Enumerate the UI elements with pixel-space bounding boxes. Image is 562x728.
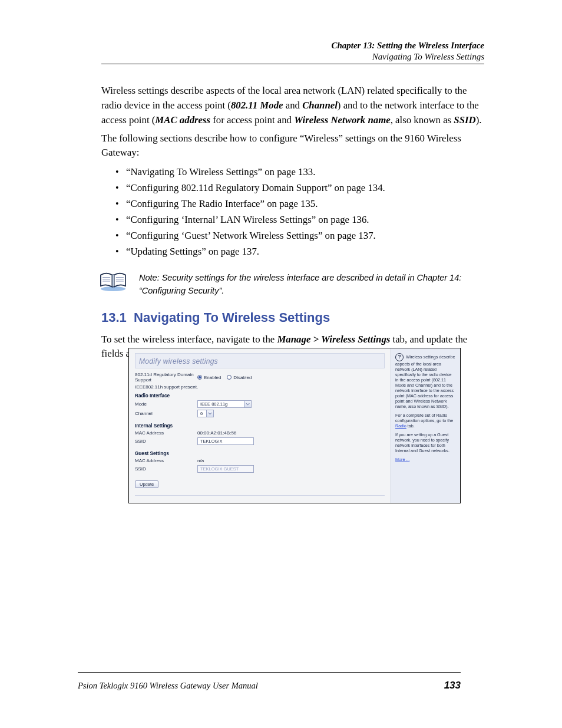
internal-mac-row: MAC Address 00:00:A2:01:4B:56 [135,430,385,436]
lead-in-paragraph: The following sections describe how to c… [101,131,484,161]
list-item: •“Configuring 802.11d Regulatory Domain … [115,181,484,196]
header-chapter: Chapter 13: Setting the Wireless Interfa… [331,40,484,51]
page-number: 133 [444,680,461,691]
mode-row: Mode IEEE 802.11g [135,400,385,408]
ieee-11h-row: IEEE802.11h support present. [135,384,385,390]
radio-interface-heading: Radio Interface [135,393,385,398]
reg-enabled-radio[interactable]: Enabled [197,375,221,380]
guest-mac-row: MAC Address n/a [135,458,385,463]
list-item: •“Configuring ‘Guest’ Network Wireless S… [115,229,484,243]
note-block: Note: Security settings for the wireless… [101,272,484,298]
bullet-list: •“Navigating To Wireless Settings” on pa… [101,165,484,259]
reg-domain-row: 802.11d Regulatory Domain Support Enable… [135,372,385,383]
panel-divider [135,495,385,496]
page-footer: Psion Teklogix 9160 Wireless Gateway Use… [78,680,461,691]
list-item: •“Navigating To Wireless Settings” on pa… [115,165,484,180]
chevron-down-icon [244,401,251,407]
guest-ssid-row: SSID TEKLOGIX GUEST [135,465,385,473]
internal-ssid-row: SSID TEKLOGIX [135,437,385,445]
guest-mac-value: n/a [197,458,385,463]
reg-disabled-radio[interactable]: Disabled [227,375,252,380]
internal-mac-value: 00:00:A2:01:4B:56 [197,430,385,436]
channel-select[interactable]: 6 [197,410,214,417]
radio-tab-link[interactable]: Radio [395,423,406,429]
chevron-down-icon [206,410,213,417]
list-item: •“Configuring ‘Internal’ LAN Wireless Se… [115,213,484,228]
more-link[interactable]: More ... [395,457,409,462]
header-section: Navigating To Wireless Settings [331,51,484,62]
list-item: •“Configuring The Radio Interface” on pa… [115,197,484,212]
wireless-settings-screenshot: Modify wireless settings 802.11d Regulat… [128,348,461,503]
running-header: Chapter 13: Setting the Wireless Interfa… [331,40,484,62]
panel-title: Modify wireless settings [139,357,218,365]
panel-title-bar: Modify wireless settings [135,353,385,368]
guest-ssid-input[interactable]: TEKLOGIX GUEST [197,465,254,473]
help-sidebar: ? Wireless settings describe aspects of … [391,348,460,503]
note-text: Note: Security settings for the wireless… [139,272,484,298]
intro-paragraph: Wireless settings describe aspects of th… [101,84,484,128]
header-rule [101,64,484,64]
update-button[interactable]: Update [135,480,158,488]
open-book-icon [98,269,128,292]
internal-ssid-input[interactable]: TEKLOGIX [197,437,254,445]
footer-rule [78,672,461,673]
internal-settings-heading: Internal Settings [135,423,385,429]
footer-text: Psion Teklogix 9160 Wireless Gateway Use… [78,681,258,691]
body-text: Wireless settings describe aspects of th… [101,84,484,365]
section-heading: 13.1 Navigating To Wireless Settings [101,308,484,328]
guest-settings-heading: Guest Settings [135,451,385,456]
help-icon: ? [395,353,404,361]
channel-row: Channel 6 [135,410,385,417]
list-item: •“Updating Settings” on page 137. [115,245,484,259]
mode-select[interactable]: IEEE 802.11g [197,400,252,408]
svg-point-0 [101,286,125,291]
